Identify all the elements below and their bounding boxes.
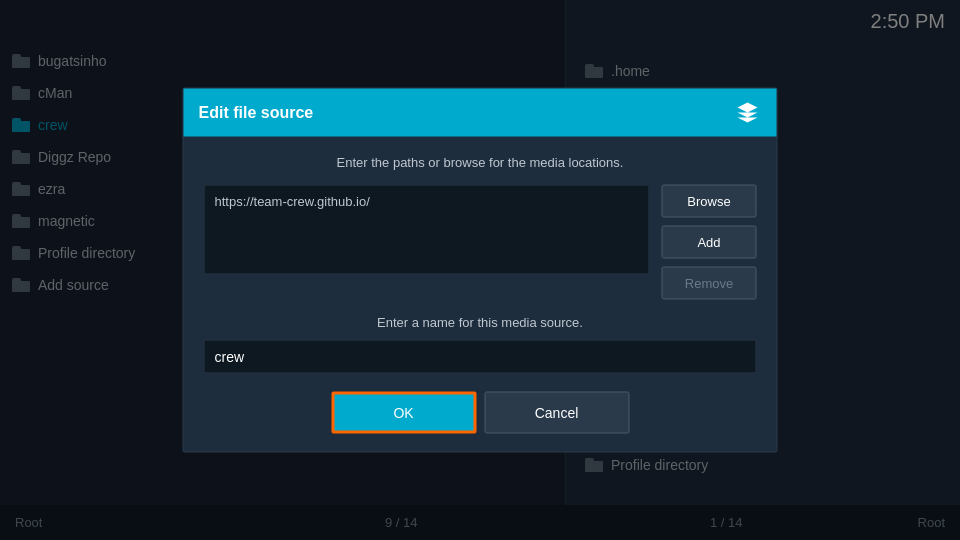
url-row: https://team-crew.github.io/ Browse Add … [204,185,757,300]
url-input[interactable]: https://team-crew.github.io/ [204,185,650,275]
dialog-actions: OK Cancel [204,392,757,434]
dialog-instruction: Enter the paths or browse for the media … [204,155,757,170]
dialog-body: Enter the paths or browse for the media … [184,137,777,452]
url-value: https://team-crew.github.io/ [215,194,370,209]
source-name-input[interactable] [204,340,757,374]
name-label: Enter a name for this media source. [204,315,757,330]
edit-file-source-dialog: Edit file source Enter the paths or brow… [183,88,778,453]
cancel-button[interactable]: Cancel [484,392,629,434]
dialog-header: Edit file source [184,89,777,137]
action-buttons: Browse Add Remove [662,185,757,300]
add-button[interactable]: Add [662,226,757,259]
browse-button[interactable]: Browse [662,185,757,218]
kodi-icon [734,99,762,127]
dialog-title: Edit file source [199,104,314,122]
ok-button[interactable]: OK [331,392,476,434]
remove-button[interactable]: Remove [662,267,757,300]
